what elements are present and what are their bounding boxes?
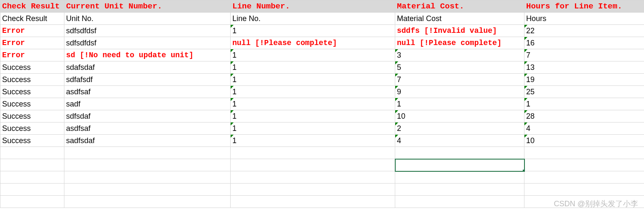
column-header[interactable]: Material Cost. bbox=[395, 0, 524, 13]
cell-hours[interactable]: 10 bbox=[524, 135, 644, 147]
cell-line[interactable]: 1 bbox=[231, 25, 395, 37]
cell-cost[interactable]: 3 bbox=[395, 49, 524, 61]
cell-unit[interactable]: sd [!No need to update unit] bbox=[64, 49, 231, 61]
table-row: Successsdfsdaf11028 bbox=[0, 110, 644, 122]
cell-unit[interactable]: sdfsdaf bbox=[64, 110, 231, 122]
table-row-empty bbox=[0, 147, 644, 159]
cell-unit[interactable]: sdfsdfdsf bbox=[64, 37, 231, 49]
cell-unit[interactable]: sdafsdaf bbox=[64, 61, 231, 74]
cell-line[interactable]: 1 bbox=[231, 49, 395, 61]
cell-unit[interactable]: sdfsdfdsf bbox=[64, 25, 231, 37]
table-row-empty bbox=[0, 171, 644, 184]
field-label[interactable]: Unit No. bbox=[64, 13, 231, 25]
cell-hours[interactable]: 1 bbox=[524, 98, 644, 110]
cell-status[interactable]: Success bbox=[0, 110, 64, 122]
empty-cell[interactable] bbox=[524, 196, 644, 208]
column-header[interactable]: Line Number. bbox=[231, 0, 395, 13]
cell-hours[interactable]: 16 bbox=[524, 37, 644, 49]
table-row-empty bbox=[0, 196, 644, 208]
table-row: Successsadf111 bbox=[0, 98, 644, 110]
field-label[interactable]: Line No. bbox=[231, 13, 395, 25]
empty-cell[interactable] bbox=[524, 159, 644, 171]
field-label[interactable]: Check Result bbox=[0, 13, 64, 25]
cell-line[interactable]: 1 bbox=[231, 98, 395, 110]
spreadsheet-grid[interactable]: Check ResultCurrent Unit Number.Line Num… bbox=[0, 0, 644, 208]
cell-status[interactable]: Error bbox=[0, 25, 64, 37]
table-row-empty bbox=[0, 159, 644, 171]
cell-unit[interactable]: sadfsdaf bbox=[64, 135, 231, 147]
empty-cell[interactable] bbox=[231, 147, 395, 159]
cell-status[interactable]: Success bbox=[0, 61, 64, 74]
cell-line[interactable]: null [!Please complete] bbox=[231, 37, 395, 49]
cell-cost[interactable]: 5 bbox=[395, 61, 524, 74]
cell-cost[interactable]: 4 bbox=[395, 135, 524, 147]
column-header[interactable]: Hours for Line Item. bbox=[524, 0, 644, 13]
cell-unit[interactable]: asdfsaf bbox=[64, 86, 231, 98]
column-header-row: Check ResultCurrent Unit Number.Line Num… bbox=[0, 0, 644, 13]
table-row: Successasdfsaf124 bbox=[0, 122, 644, 135]
empty-cell[interactable] bbox=[395, 171, 524, 184]
empty-cell[interactable] bbox=[64, 196, 231, 208]
empty-cell[interactable] bbox=[524, 171, 644, 184]
empty-cell[interactable] bbox=[524, 147, 644, 159]
cell-status[interactable]: Error bbox=[0, 49, 64, 61]
empty-cell[interactable] bbox=[524, 184, 644, 196]
table-row: Successsdafsdaf1513 bbox=[0, 61, 644, 74]
cell-status[interactable]: Success bbox=[0, 86, 64, 98]
empty-cell[interactable] bbox=[64, 171, 231, 184]
table-row: Successasdfsaf1925 bbox=[0, 86, 644, 98]
cell-line[interactable]: 1 bbox=[231, 110, 395, 122]
cell-hours[interactable]: 25 bbox=[524, 86, 644, 98]
cell-line[interactable]: 1 bbox=[231, 135, 395, 147]
cell-line[interactable]: 1 bbox=[231, 122, 395, 135]
cell-cost[interactable]: sddfs [!Invalid value] bbox=[395, 25, 524, 37]
empty-cell[interactable] bbox=[0, 171, 64, 184]
cell-cost[interactable]: 2 bbox=[395, 122, 524, 135]
column-header[interactable]: Current Unit Number. bbox=[64, 0, 231, 13]
table-row: Errorsdfsdfdsf1sddfs [!Invalid value]22 bbox=[0, 25, 644, 37]
cell-status[interactable]: Success bbox=[0, 74, 64, 86]
empty-cell[interactable] bbox=[64, 184, 231, 196]
cell-line[interactable]: 1 bbox=[231, 74, 395, 86]
field-label[interactable]: Material Cost bbox=[395, 13, 524, 25]
empty-cell[interactable] bbox=[0, 184, 64, 196]
cell-unit[interactable]: sadf bbox=[64, 98, 231, 110]
field-label[interactable]: Hours bbox=[524, 13, 644, 25]
cell-line[interactable]: 1 bbox=[231, 61, 395, 74]
cell-cost[interactable]: 1 bbox=[395, 98, 524, 110]
empty-cell[interactable] bbox=[0, 196, 64, 208]
field-label-row: Check ResultUnit No.Line No.Material Cos… bbox=[0, 13, 644, 25]
empty-cell[interactable] bbox=[64, 159, 231, 171]
cell-hours[interactable]: 28 bbox=[524, 110, 644, 122]
cell-hours[interactable]: 22 bbox=[524, 25, 644, 37]
cell-hours[interactable]: 4 bbox=[524, 122, 644, 135]
cell-unit[interactable]: asdfsaf bbox=[64, 122, 231, 135]
empty-cell[interactable] bbox=[231, 196, 395, 208]
empty-cell[interactable] bbox=[64, 147, 231, 159]
cell-hours[interactable]: 7 bbox=[524, 49, 644, 61]
cell-status[interactable]: Error bbox=[0, 37, 64, 49]
table-row-empty bbox=[0, 184, 644, 196]
column-header[interactable]: Check Result bbox=[0, 0, 64, 13]
cell-status[interactable]: Success bbox=[0, 122, 64, 135]
cell-hours[interactable]: 13 bbox=[524, 61, 644, 74]
table-row: Errorsd [!No need to update unit]137 bbox=[0, 49, 644, 61]
cell-cost[interactable]: 10 bbox=[395, 110, 524, 122]
cell-status[interactable]: Success bbox=[0, 135, 64, 147]
empty-cell[interactable] bbox=[0, 159, 64, 171]
empty-cell[interactable] bbox=[395, 147, 524, 159]
empty-cell[interactable] bbox=[395, 196, 524, 208]
cell-cost[interactable]: 7 bbox=[395, 74, 524, 86]
cell-unit[interactable]: sdfafsdf bbox=[64, 74, 231, 86]
empty-cell[interactable] bbox=[231, 159, 395, 171]
empty-cell[interactable] bbox=[0, 147, 64, 159]
empty-cell[interactable] bbox=[395, 159, 524, 171]
cell-cost[interactable]: null [!Please complete] bbox=[395, 37, 524, 49]
empty-cell[interactable] bbox=[395, 184, 524, 196]
cell-cost[interactable]: 9 bbox=[395, 86, 524, 98]
empty-cell[interactable] bbox=[231, 184, 395, 196]
empty-cell[interactable] bbox=[231, 171, 395, 184]
cell-hours[interactable]: 19 bbox=[524, 74, 644, 86]
cell-status[interactable]: Success bbox=[0, 98, 64, 110]
cell-line[interactable]: 1 bbox=[231, 86, 395, 98]
